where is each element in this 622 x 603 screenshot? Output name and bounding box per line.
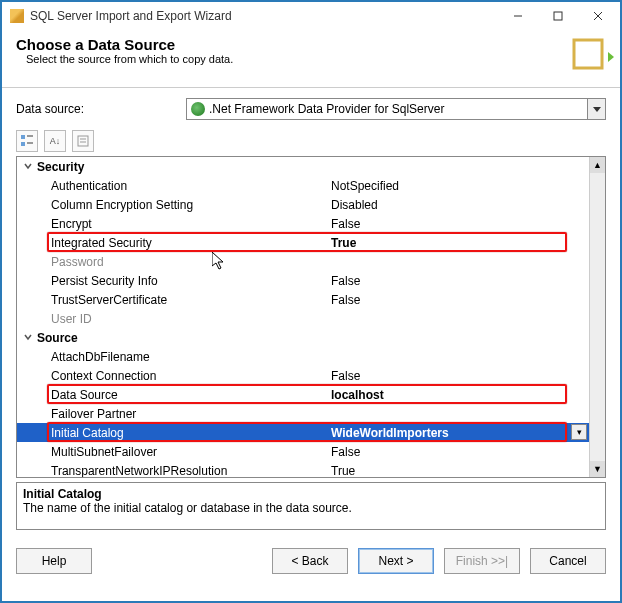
property-grid[interactable]: SecurityAuthenticationNotSpecifiedColumn…	[16, 156, 606, 478]
property-key: Initial Catalog	[51, 426, 331, 440]
property-key: Integrated Security	[51, 236, 331, 250]
property-key: Persist Security Info	[51, 274, 331, 288]
property-row[interactable]: Failover Partner	[17, 404, 589, 423]
help-button[interactable]: Help	[16, 548, 92, 574]
description-panel: Initial Catalog The name of the initial …	[16, 482, 606, 530]
data-source-value: .Net Framework Data Provider for SqlServ…	[209, 102, 587, 116]
property-key: Context Connection	[51, 369, 331, 383]
svg-marker-5	[608, 52, 614, 62]
property-key: MultiSubnetFailover	[51, 445, 331, 459]
maximize-button[interactable]	[538, 4, 578, 28]
description-body: The name of the initial catalog or datab…	[23, 501, 599, 515]
svg-rect-4	[574, 40, 602, 68]
property-value[interactable]: WideWorldImporters	[331, 426, 589, 440]
svg-rect-11	[78, 136, 88, 146]
page-title: Choose a Data Source	[16, 36, 606, 53]
scrollbar-vertical[interactable]: ▲ ▼	[589, 157, 605, 477]
category-security[interactable]: Security	[17, 157, 589, 176]
scroll-down-button[interactable]: ▼	[590, 461, 605, 477]
property-row[interactable]: AttachDbFilename	[17, 347, 589, 366]
window-title: SQL Server Import and Export Wizard	[30, 9, 498, 23]
property-row[interactable]: Context ConnectionFalse	[17, 366, 589, 385]
back-button[interactable]: < Back	[272, 548, 348, 574]
page-subtitle: Select the source from which to copy dat…	[26, 53, 606, 65]
data-source-combo[interactable]: .Net Framework Data Provider for SqlServ…	[186, 98, 606, 120]
chevron-down-icon	[23, 331, 37, 345]
category-source[interactable]: Source	[17, 328, 589, 347]
property-row[interactable]: EncryptFalse	[17, 214, 589, 233]
property-row[interactable]: Integrated SecurityTrue	[17, 233, 589, 252]
svg-rect-7	[21, 135, 25, 139]
next-button[interactable]: Next >	[358, 548, 434, 574]
svg-rect-1	[554, 12, 562, 20]
svg-rect-10	[27, 142, 33, 144]
property-key: AttachDbFilename	[51, 350, 331, 364]
property-row[interactable]: MultiSubnetFailoverFalse	[17, 442, 589, 461]
property-row[interactable]: TrustServerCertificateFalse	[17, 290, 589, 309]
property-key: Column Encryption Setting	[51, 198, 331, 212]
scroll-up-button[interactable]: ▲	[590, 157, 605, 173]
chevron-down-icon	[23, 160, 37, 174]
cancel-button[interactable]: Cancel	[530, 548, 606, 574]
property-value[interactable]: True	[331, 464, 589, 478]
property-value[interactable]: False	[331, 445, 589, 459]
property-key: TransparentNetworkIPResolution	[51, 464, 331, 478]
finish-button: Finish >>|	[444, 548, 520, 574]
property-row[interactable]: Password	[17, 252, 589, 271]
svg-rect-9	[21, 142, 25, 146]
property-key: Encrypt	[51, 217, 331, 231]
property-row[interactable]: User ID	[17, 309, 589, 328]
chevron-down-icon[interactable]: ▾	[571, 424, 587, 440]
data-source-label: Data source:	[16, 102, 186, 116]
close-button[interactable]	[578, 4, 618, 28]
property-key: TrustServerCertificate	[51, 293, 331, 307]
categorized-view-button[interactable]	[16, 130, 38, 152]
svg-rect-8	[27, 135, 33, 137]
property-row[interactable]: Persist Security InfoFalse	[17, 271, 589, 290]
property-value[interactable]: False	[331, 369, 589, 383]
alphabetical-view-button[interactable]: A↓	[44, 130, 66, 152]
property-row[interactable]: AuthenticationNotSpecified	[17, 176, 589, 195]
provider-icon	[191, 102, 205, 116]
property-value[interactable]: False	[331, 293, 589, 307]
property-row[interactable]: TransparentNetworkIPResolutionTrue	[17, 461, 589, 477]
property-row[interactable]: Column Encryption SettingDisabled	[17, 195, 589, 214]
app-icon	[10, 9, 24, 23]
description-heading: Initial Catalog	[23, 487, 599, 501]
chevron-down-icon[interactable]	[587, 99, 605, 119]
property-row[interactable]: Data Sourcelocalhost	[17, 385, 589, 404]
property-row[interactable]: Initial CatalogWideWorldImporters▾	[17, 423, 589, 442]
property-value[interactable]: NotSpecified	[331, 179, 589, 193]
property-value[interactable]: Disabled	[331, 198, 589, 212]
property-value[interactable]: True	[331, 236, 589, 250]
property-value[interactable]: False	[331, 274, 589, 288]
property-key: User ID	[51, 312, 331, 326]
property-value[interactable]: localhost	[331, 388, 589, 402]
minimize-button[interactable]	[498, 4, 538, 28]
property-pages-button[interactable]	[72, 130, 94, 152]
property-key: Data Source	[51, 388, 331, 402]
property-value[interactable]: False	[331, 217, 589, 231]
wizard-decor-icon	[568, 34, 614, 80]
property-key: Failover Partner	[51, 407, 331, 421]
property-key: Password	[51, 255, 331, 269]
svg-marker-6	[593, 107, 601, 112]
property-key: Authentication	[51, 179, 331, 193]
